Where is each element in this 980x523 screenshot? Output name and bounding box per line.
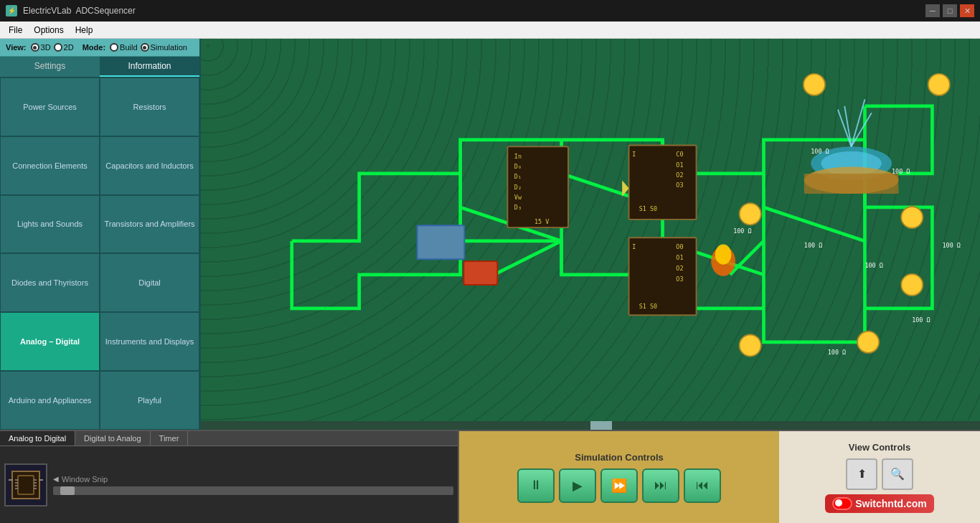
view-3d-label: 3D <box>41 43 51 52</box>
svg-text:100 Ω: 100 Ω <box>912 316 930 324</box>
bottom-tab-timer[interactable]: Timer <box>151 431 189 446</box>
circuit-svg: In D₀ D₁ D₂ Vw D₃ 15 V I C0 O1 O2 O3 S1 … <box>201 39 980 430</box>
pause-button[interactable]: ⏸ <box>517 468 555 503</box>
svg-point-35 <box>740 335 761 357</box>
svg-point-34 <box>740 203 761 225</box>
window-snip-label: Window Snip <box>62 475 108 484</box>
component-arduino-appliances[interactable]: Arduino and Appliances <box>0 371 100 430</box>
component-diodes-thyristors[interactable]: Diodes and Thyristors <box>0 253 100 312</box>
svg-point-36 <box>901 207 923 228</box>
bottom-tab-analog-digital[interactable]: Analog to Digital <box>0 431 75 446</box>
svg-text:100 Ω: 100 Ω <box>943 242 961 249</box>
component-connection-elements[interactable]: Connection Elements <box>0 136 100 195</box>
svg-text:100 Ω: 100 Ω <box>811 148 829 155</box>
mode-simulation-option[interactable]: Simulation <box>141 43 187 52</box>
logo-text: Switchntd.com <box>855 498 927 509</box>
svg-point-24 <box>821 151 882 176</box>
scrollbar-thumb[interactable] <box>60 486 75 495</box>
move-up-button[interactable]: ⬆ <box>846 458 877 490</box>
tab-settings[interactable]: Settings <box>0 57 100 77</box>
view-mode-bar: View: 3D 2D Mode: Build <box>0 39 199 57</box>
svg-text:O0: O0 <box>676 243 683 250</box>
svg-text:C0: C0 <box>676 151 683 158</box>
svg-line-27 <box>852 113 872 146</box>
app-icon: ⚡ <box>6 5 17 17</box>
simulation-controls-panel: Simulation Controls ⏸ ▶ ⏩ ⏭ ⏮ <box>459 431 779 523</box>
svg-rect-51 <box>18 476 34 494</box>
component-transistors-amplifiers[interactable]: Transistors and Amplifiers <box>100 195 199 254</box>
mode-simulation-radio[interactable] <box>141 43 149 52</box>
component-capacitors-inductors[interactable]: Capacitors and Inductors <box>100 136 199 195</box>
bottom-tab-bar: Analog to Digital Digital to Analog Time… <box>0 431 458 446</box>
svg-line-26 <box>852 100 865 147</box>
zoom-button[interactable]: 🔍 <box>882 458 913 490</box>
svg-rect-49 <box>418 225 465 259</box>
play-button[interactable]: ▶ <box>559 468 596 503</box>
component-power-sources[interactable]: Power Sources <box>0 77 100 136</box>
svg-text:O3: O3 <box>676 275 683 283</box>
svg-marker-15 <box>622 180 628 197</box>
component-instruments-displays[interactable]: Instruments and Displays <box>100 312 199 371</box>
view-label: View: <box>6 43 27 52</box>
canvas-area[interactable]: In D₀ D₁ D₂ Vw D₃ 15 V I C0 O1 O2 O3 S1 … <box>201 39 980 430</box>
mode-label: Mode: <box>83 43 105 52</box>
mode-group: Mode: Build Simulation <box>83 43 187 52</box>
svg-rect-16 <box>629 237 697 315</box>
step-forward-button[interactable]: ⏭ <box>642 468 679 503</box>
minimize-button[interactable]: ─ <box>925 4 940 17</box>
horizontal-scrollbar[interactable] <box>53 486 453 495</box>
chip-thumbnail-icon <box>11 471 40 499</box>
component-digital[interactable]: Digital <box>100 253 199 312</box>
svg-text:O1: O1 <box>676 161 683 169</box>
svg-point-31 <box>711 246 735 275</box>
canvas-scrollbar[interactable] <box>201 421 980 430</box>
component-analog-digital[interactable]: Analog – Digital <box>0 312 100 371</box>
sim-buttons: ⏸ ▶ ⏩ ⏭ ⏮ <box>517 468 721 503</box>
view-2d-option[interactable]: 2D <box>54 43 74 52</box>
mode-simulation-label: Simulation <box>151 43 187 52</box>
component-playful[interactable]: Playful <box>100 371 199 430</box>
view-2d-label: 2D <box>64 43 74 52</box>
menu-file[interactable]: File <box>3 24 28 37</box>
mode-build-radio[interactable] <box>110 43 118 52</box>
svg-point-39 <box>804 74 825 95</box>
svg-rect-30 <box>804 174 899 194</box>
canvas-scrollbar-thumb[interactable] <box>590 421 612 430</box>
svg-text:I: I <box>632 151 636 158</box>
svg-point-37 <box>901 274 923 296</box>
svg-text:I: I <box>632 243 636 250</box>
sim-controls-title: Simulation Controls <box>575 452 664 463</box>
svg-point-23 <box>811 146 892 180</box>
svg-text:D₀: D₀ <box>514 163 522 170</box>
close-button[interactable]: ✕ <box>960 4 974 17</box>
rewind-button[interactable]: ⏮ <box>684 468 721 503</box>
left-panel: View: 3D 2D Mode: Build <box>0 39 201 430</box>
fast-forward-button[interactable]: ⏩ <box>600 468 638 503</box>
view-controls-title: View Controls <box>849 442 910 453</box>
svg-text:O2: O2 <box>676 265 683 272</box>
menu-help[interactable]: Help <box>70 24 99 37</box>
bottom-content: ◀ Window Snip <box>0 446 458 523</box>
svg-text:15 V: 15 V <box>534 218 549 225</box>
view-control-buttons: ⬆ 🔍 <box>846 458 913 490</box>
content-area: View: 3D 2D Mode: Build <box>0 39 980 430</box>
mode-build-option[interactable]: Build <box>110 43 137 52</box>
svg-point-32 <box>715 245 732 265</box>
view-3d-option[interactable]: 3D <box>31 43 51 52</box>
component-resistors[interactable]: Resistors <box>100 77 199 136</box>
mode-build-label: Build <box>120 43 137 52</box>
tab-information[interactable]: Information <box>100 57 199 77</box>
component-lights-sounds[interactable]: Lights and Sounds <box>0 195 100 254</box>
menu-options[interactable]: Options <box>28 24 69 37</box>
view-3d-radio[interactable] <box>31 43 39 52</box>
svg-point-38 <box>857 331 879 353</box>
circuit-canvas: In D₀ D₁ D₂ Vw D₃ 15 V I C0 O1 O2 O3 S1 … <box>201 39 980 430</box>
svg-text:In: In <box>514 153 522 160</box>
svg-text:O1: O1 <box>676 254 683 261</box>
bottom-tab-digital-analog[interactable]: Digital to Analog <box>75 431 151 446</box>
maximize-button[interactable]: □ <box>943 4 957 17</box>
svg-point-40 <box>928 74 950 95</box>
svg-text:D₂: D₂ <box>514 184 522 191</box>
svg-text:100 Ω: 100 Ω <box>864 262 882 269</box>
view-2d-radio[interactable] <box>54 43 62 52</box>
